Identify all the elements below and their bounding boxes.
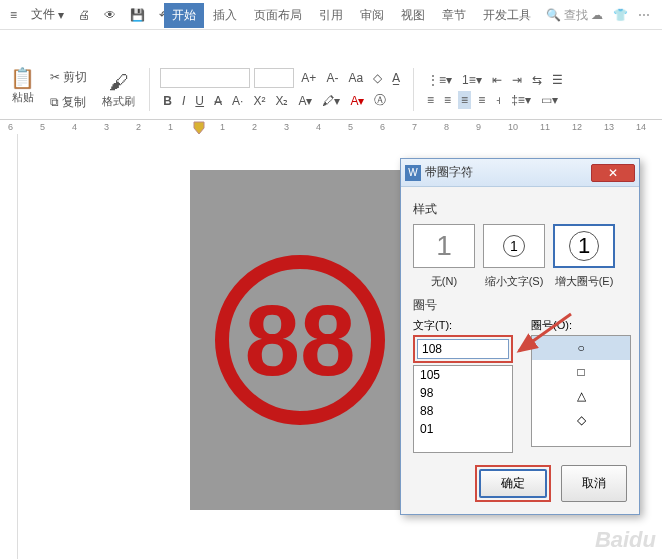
copy-icon: ⧉ [50,95,59,109]
strike-button[interactable]: A̶ [211,92,225,110]
skin-icon[interactable]: 👕 [613,8,628,22]
text-listbox[interactable]: 105 98 88 01 [413,365,513,453]
clipboard-icon: 📋 [10,66,35,90]
tab-dev[interactable]: 开发工具 [475,3,539,28]
outdent-button[interactable]: ⇤ [489,71,505,89]
list-item[interactable]: 98 [414,384,512,402]
tab-review[interactable]: 审阅 [352,3,392,28]
subscript-button[interactable]: X₂ [272,92,291,110]
more-icon[interactable]: ⋯ [638,8,650,22]
format-painter-button[interactable]: 🖌 格式刷 [98,64,139,115]
tab-chapter[interactable]: 章节 [434,3,474,28]
dialog-title: 带圈字符 [425,164,591,181]
save-icon[interactable]: 💾 [124,5,151,25]
align-right-button[interactable]: ≡ [458,91,471,109]
vertical-ruler [0,134,18,559]
superscript-button[interactable]: X² [250,92,268,110]
enclosed-character: 88 [215,255,385,425]
tab-view[interactable]: 视图 [393,3,433,28]
style-enlarge[interactable]: 1 [553,224,615,268]
ring-section-label: 圈号 [413,297,627,314]
cut-button[interactable]: ✂ 剪切 [47,67,90,88]
tab-button[interactable]: ⇆ [529,71,545,89]
font-size-select[interactable] [254,68,294,88]
shape-diamond[interactable]: ◇ [532,408,630,432]
shape-circle[interactable]: ○ [532,336,630,360]
paste-button[interactable]: 📋 粘贴 [6,64,39,107]
ring-field-label: 圈号(O): [531,318,631,333]
print-icon[interactable]: 🖨 [72,5,96,25]
cancel-button[interactable]: 取消 [561,465,627,502]
app-icon: W [405,165,421,181]
svg-marker-0 [194,122,204,134]
distribute-button[interactable]: ⫞ [492,91,504,109]
style-enlarge-label: 增大圈号(E) [553,274,615,289]
text-input-highlight [413,335,513,363]
scissors-icon: ✂ [50,70,60,84]
close-button[interactable]: ✕ [591,164,635,182]
menu-icon[interactable]: ≡ [4,5,23,25]
list-item[interactable]: 88 [414,402,512,420]
tab-layout[interactable]: 页面布局 [246,3,310,28]
highlight-button[interactable]: 🖍▾ [319,92,343,110]
list-item[interactable]: 01 [414,420,512,438]
change-case-button[interactable]: Aa [345,69,366,87]
underline-button[interactable]: U [192,92,207,110]
ok-highlight: 确定 [475,465,551,502]
enclosed-text: 88 [244,290,355,390]
align-justify-button[interactable]: ≡ [475,91,488,109]
bullets-button[interactable]: ⋮≡▾ [424,71,455,89]
search-placeholder: 查找 [564,7,588,24]
linespace-button[interactable]: ☰ [549,71,566,89]
text-field-label: 文字(T): [413,318,513,333]
style-none-label: 无(N) [413,274,475,289]
tab-ref[interactable]: 引用 [311,3,351,28]
align-center-button[interactable]: ≡ [441,91,454,109]
style-shrink[interactable]: 1 [483,224,545,268]
ok-button[interactable]: 确定 [479,469,547,498]
bold-button[interactable]: B [160,92,175,110]
tab-start[interactable]: 开始 [164,3,204,28]
grow-font-button[interactable]: A+ [298,69,319,87]
selection-block: 88 [190,170,410,510]
search-icon: 🔍 [546,8,561,22]
font-color-button[interactable]: A▾ [347,92,367,110]
indent-button[interactable]: ⇥ [509,71,525,89]
style-section-label: 样式 [413,201,627,218]
font-family-select[interactable] [160,68,250,88]
char-border-button[interactable]: A̲ [389,69,403,87]
tab-insert[interactable]: 插入 [205,3,245,28]
copy-button[interactable]: ⧉ 复制 [47,92,90,113]
brush-icon: 🖌 [109,71,129,94]
text-input[interactable] [417,339,509,359]
file-menu[interactable]: 文件 ▾ [25,3,70,26]
cloud-icon[interactable]: ☁ [591,8,603,22]
numbering-button[interactable]: 1≡▾ [459,71,485,89]
shrink-font-button[interactable]: A- [323,69,341,87]
shading-button[interactable]: ▭▾ [538,91,561,109]
emphasis-button[interactable]: A· [229,92,246,110]
font-effects-button[interactable]: A▾ [295,92,315,110]
preview-icon[interactable]: 👁 [98,5,122,25]
watermark: Baidu [595,527,656,553]
shape-square[interactable]: □ [532,360,630,384]
italic-button[interactable]: I [179,92,188,110]
clear-format-button[interactable]: ◇ [370,69,385,87]
line-spacing-button[interactable]: ‡≡▾ [508,91,534,109]
enclose-char-dialog: W 带圈字符 ✕ 样式 1 1 1 无(N) 缩小文字(S) 增大圈号(E) 圈… [400,158,640,515]
align-left-button[interactable]: ≡ [424,91,437,109]
shape-triangle[interactable]: △ [532,384,630,408]
shape-listbox[interactable]: ○ □ △ ◇ [531,335,631,447]
style-shrink-label: 缩小文字(S) [483,274,545,289]
enclose-char-button[interactable]: Ⓐ [371,90,389,111]
search-box[interactable]: 🔍 查找 [546,7,588,24]
style-none[interactable]: 1 [413,224,475,268]
list-item[interactable]: 105 [414,366,512,384]
